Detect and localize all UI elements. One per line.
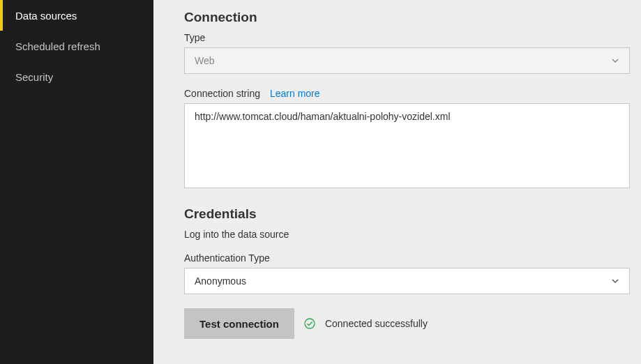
- type-select: Web: [184, 47, 630, 74]
- type-label: Type: [184, 32, 630, 43]
- sidebar-item-data-sources[interactable]: Data sources: [0, 0, 153, 31]
- type-select-value: Web: [195, 55, 215, 66]
- status-text: Connected successfully: [325, 318, 428, 329]
- conn-string-input[interactable]: [184, 103, 630, 188]
- learn-more-link[interactable]: Learn more: [270, 88, 320, 99]
- auth-type-label: Authentication Type: [184, 252, 630, 264]
- credentials-title: Credentials: [184, 206, 630, 222]
- conn-string-label: Connection string: [184, 88, 260, 99]
- sidebar-item-label: Data sources: [15, 10, 77, 22]
- success-check-icon: [304, 318, 315, 329]
- chevron-down-icon: [611, 56, 619, 65]
- auth-type-select[interactable]: Anonymous: [184, 268, 630, 294]
- sidebar-item-security[interactable]: Security: [0, 61, 153, 92]
- auth-type-value: Anonymous: [195, 275, 246, 287]
- sidebar-item-scheduled-refresh[interactable]: Scheduled refresh: [0, 31, 153, 61]
- svg-point-0: [305, 319, 315, 328]
- sidebar-item-label: Security: [15, 71, 53, 83]
- sidebar: Data sources Scheduled refresh Security: [0, 0, 153, 364]
- main-content: Connection Type Web Connection string Le…: [153, 0, 641, 364]
- sidebar-item-label: Scheduled refresh: [15, 40, 100, 52]
- credentials-intro: Log into the data source: [184, 229, 630, 240]
- test-connection-button[interactable]: Test connection: [184, 308, 294, 339]
- chevron-down-icon: [611, 277, 619, 285]
- connection-title: Connection: [184, 10, 630, 25]
